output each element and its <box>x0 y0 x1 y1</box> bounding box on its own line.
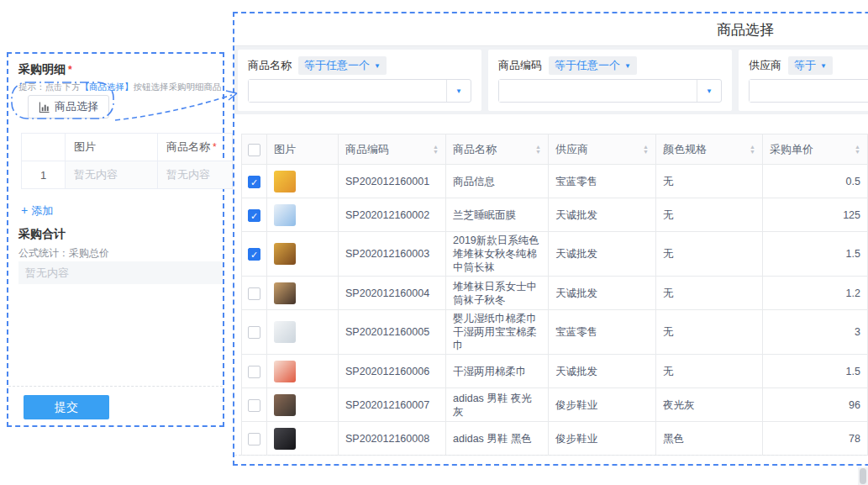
operator-dropdown[interactable]: 等于任意一个▼ <box>298 56 387 75</box>
cell-name: adidas 男鞋 夜光灰 <box>446 388 549 422</box>
cell-supplier: 天诚批发 <box>549 232 656 277</box>
product-image <box>274 361 296 382</box>
panel-title: 采购明细* <box>18 62 72 77</box>
product-image <box>274 243 296 265</box>
cell-price: 1.2 <box>763 277 868 310</box>
filter-value-input[interactable] <box>750 80 868 102</box>
product-row[interactable]: ✓ SP202012160003 2019新款日系纯色堆堆袜女秋冬纯棉中筒长袜 … <box>242 232 868 277</box>
scrollbar-thumb[interactable] <box>860 468 866 484</box>
cell-price: 3 <box>763 310 868 355</box>
header-image: 图片 <box>267 134 339 165</box>
cell-supplier: 宝蓝零售 <box>549 165 656 198</box>
modal-title: 商品选择 <box>717 20 774 40</box>
row-index: 1 <box>22 161 66 189</box>
header-price: 采购单价▲▼ <box>763 134 868 165</box>
cell-code: SP202012160007 <box>339 388 446 422</box>
header-name: 商品名称▲▼ <box>446 134 549 165</box>
table-header-row: 图片 商品编码▲▼ 商品名称▲▼ 供应商▲▼ 颜色规格▲▼ 采购单价▲▼ <box>242 134 868 165</box>
cell-supplier: 俊步鞋业 <box>549 422 656 456</box>
formula-label: 公式统计：采购总价 <box>18 246 109 261</box>
cell-spec: 无 <box>656 310 763 355</box>
product-row[interactable]: SP202012160007 adidas 男鞋 夜光灰 俊步鞋业 夜光灰 96 <box>242 388 868 422</box>
cell-price: 0.5 <box>763 165 868 198</box>
row-checkbox[interactable]: ✓ <box>248 209 260 222</box>
filter-product-name: 商品名称 等于任意一个▼ ▼ <box>238 50 481 111</box>
product-image <box>274 282 296 304</box>
cell-name: 堆堆袜日系女士中筒袜子秋冬 <box>446 277 549 310</box>
row-checkbox[interactable] <box>248 399 260 412</box>
sort-icon[interactable]: ▲▼ <box>433 145 439 154</box>
total-value-field: 暂无内容 <box>18 261 223 284</box>
product-image <box>274 428 296 450</box>
required-asterisk: * <box>68 64 72 76</box>
cell-supplier: 天诚批发 <box>549 198 656 232</box>
row-image-placeholder: 暂无内容 <box>66 161 158 189</box>
product-image <box>274 394 296 416</box>
cell-spec: 黑色 <box>656 422 763 456</box>
chevron-down-icon: ▼ <box>374 62 381 70</box>
row-checkbox[interactable] <box>248 287 260 300</box>
row-name-placeholder: 暂无内容 <box>158 161 233 189</box>
plus-icon: + <box>21 203 28 217</box>
cell-name: 商品信息 <box>446 165 549 198</box>
row-checkbox[interactable] <box>248 366 260 378</box>
modal-footer-divider <box>234 455 868 456</box>
filter-label: 商品编码 <box>498 58 542 73</box>
header-spec: 颜色规格▲▼ <box>656 134 763 165</box>
sort-icon[interactable]: ▲▼ <box>855 145 860 154</box>
dropdown-toggle[interactable]: ▼ <box>697 80 721 102</box>
operator-dropdown[interactable]: 等于▼ <box>788 56 833 75</box>
product-select-button[interactable]: 商品选择 <box>28 95 109 119</box>
cell-spec: 夜光灰 <box>656 388 763 422</box>
cell-spec: 无 <box>656 165 763 198</box>
product-select-button-label: 商品选择 <box>55 99 98 114</box>
filter-value-input[interactable] <box>249 80 446 102</box>
product-row[interactable]: ✓ SP202012160002 兰芝睡眠面膜 天诚批发 无 125 <box>242 198 868 232</box>
cell-supplier: 天诚批发 <box>549 355 656 388</box>
chevron-down-icon: ▼ <box>706 87 713 95</box>
cell-code: SP202012160004 <box>339 277 446 310</box>
cell-name: 兰芝睡眠面膜 <box>446 198 549 232</box>
select-all-checkbox[interactable] <box>248 144 260 156</box>
cell-code: SP202012160002 <box>339 198 446 232</box>
sort-icon[interactable]: ▲▼ <box>750 145 755 154</box>
submit-button[interactable]: 提交 <box>24 395 109 419</box>
row-checkbox[interactable] <box>248 326 260 339</box>
purchase-detail-table: 图片 商品名称* 1 暂无内容 暂无内容 <box>21 133 233 189</box>
row-checkbox[interactable]: ✓ <box>248 176 260 188</box>
operator-dropdown[interactable]: 等于任意一个▼ <box>549 56 637 75</box>
modal-header: 商品选择 <box>234 13 868 46</box>
product-row[interactable]: SP202012160005 婴儿湿纸巾棉柔巾干湿两用宝宝棉柔巾 宝蓝零售 无 … <box>242 310 868 355</box>
chevron-down-icon: ▼ <box>455 87 462 95</box>
required-asterisk: * <box>213 141 217 153</box>
header-code: 商品编码▲▼ <box>339 134 446 165</box>
product-row[interactable]: SP202012160006 干湿两用棉柔巾 天诚批发 无 1.5 <box>242 355 868 388</box>
header-supplier: 供应商▲▼ <box>549 134 656 165</box>
cell-price: 96 <box>763 388 868 422</box>
cell-supplier: 宝蓝零售 <box>549 310 656 355</box>
col-name: 商品名称* <box>158 134 233 161</box>
cell-code: SP202012160003 <box>339 232 446 277</box>
filter-band: 商品名称 等于任意一个▼ ▼ 商品编码 等于任意一个▼ ▼ 供应商 等于▼ <box>234 46 868 114</box>
cell-name: adidas 男鞋 黑色 <box>446 422 549 456</box>
product-row[interactable]: SP202012160004 堆堆袜日系女士中筒袜子秋冬 天诚批发 无 1.2 <box>242 277 868 310</box>
cell-spec: 无 <box>656 277 763 310</box>
hint-link: 【商品选择】 <box>81 82 134 92</box>
product-image <box>274 321 296 343</box>
cell-code: SP202012160001 <box>339 165 446 198</box>
row-checkbox[interactable]: ✓ <box>248 248 260 261</box>
sort-icon[interactable]: ▲▼ <box>643 145 649 154</box>
bar-chart-icon <box>39 102 50 113</box>
product-select-modal: 商品选择 商品名称 等于任意一个▼ ▼ 商品编码 等于任意一个▼ ▼ <box>233 12 868 466</box>
filter-label: 供应商 <box>749 58 781 73</box>
cell-supplier: 俊步鞋业 <box>549 388 656 422</box>
product-row[interactable]: SP202012160008 adidas 男鞋 黑色 俊步鞋业 黑色 78 <box>242 422 868 456</box>
dropdown-toggle[interactable]: ▼ <box>446 80 471 102</box>
row-checkbox[interactable] <box>248 433 260 445</box>
sort-icon[interactable]: ▲▼ <box>535 145 541 154</box>
filter-value-input[interactable] <box>499 80 697 102</box>
detail-row: 1 暂无内容 暂无内容 <box>22 161 233 189</box>
page-scrollbar[interactable] <box>858 467 868 485</box>
product-row[interactable]: ✓ SP202012160001 商品信息 宝蓝零售 无 0.5 <box>242 165 868 198</box>
add-row-button[interactable]: +添加 <box>21 203 53 219</box>
